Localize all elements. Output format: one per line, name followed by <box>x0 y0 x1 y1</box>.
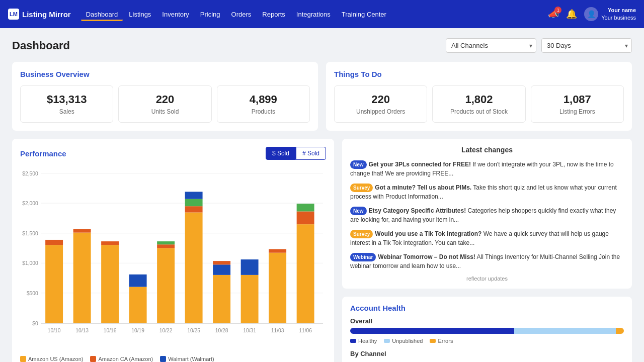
metric-value: $13,313 <box>26 93 108 106</box>
reflector-link[interactable]: reflector updates <box>350 276 624 282</box>
by-channel-title: By Channel <box>350 350 624 357</box>
svg-text:10/31: 10/31 <box>243 328 256 333</box>
change-item: SurveyGot a minute? Tell us about PIMs. … <box>350 183 624 201</box>
right-panel: Latest changes NewGet your 3PLs connecte… <box>342 139 632 362</box>
metric-label: Sales <box>26 108 108 115</box>
bar <box>101 245 119 323</box>
metric-value: 1,087 <box>536 93 618 106</box>
metric-label: Products out of Stock <box>438 108 520 115</box>
navbar: LM Listing Mirror DashboardListingsInven… <box>0 0 644 28</box>
health-legend-item: Unpublished <box>384 338 423 344</box>
latest-changes-title: Latest changes <box>350 146 624 154</box>
nav-link-reports[interactable]: Reports <box>257 8 290 21</box>
business-overview-title: Business Overview <box>20 70 310 78</box>
legend-label: Amazon US (Amazon) <box>28 356 83 362</box>
channel-filter[interactable]: All Channels Amazon US Amazon CA Walmart <box>446 38 536 53</box>
metric-label: Products <box>222 108 304 115</box>
svg-text:10/10: 10/10 <box>48 328 61 333</box>
chart-area: $2,500 $2,000 $1,500 $1,000 $500 $0 <box>20 166 326 352</box>
nav-right: 📣 1 🔔 👤 Your name Your business <box>548 7 636 22</box>
bar <box>185 192 203 199</box>
health-legend-item: Errors <box>430 338 453 344</box>
svg-text:10/19: 10/19 <box>131 328 144 333</box>
change-item: WebinarWebinar Tomorrow – Do not Miss! A… <box>350 252 624 270</box>
bar <box>73 229 91 232</box>
page-header: Dashboard All Channels Amazon US Amazon … <box>12 38 632 53</box>
health-legend-dot <box>350 339 356 343</box>
change-badge: New <box>350 160 367 169</box>
health-bar-errors <box>616 328 624 334</box>
bar <box>185 199 203 206</box>
bar <box>241 259 259 275</box>
health-legend-dot <box>384 339 390 343</box>
bell-button[interactable]: 🔔 <box>566 9 577 20</box>
metric-label: Listing Errors <box>536 108 618 115</box>
bar <box>213 264 230 275</box>
svg-text:10/16: 10/16 <box>104 328 117 333</box>
bar <box>213 261 230 264</box>
latest-changes-list: NewGet your 3PLs connected for FREE! If … <box>350 160 624 270</box>
account-health-title: Account Health <box>350 304 624 312</box>
account-health-card: Account Health Overall HealthyUnpublishe… <box>342 297 632 362</box>
legend-dot <box>20 356 26 362</box>
bar <box>185 206 203 212</box>
svg-text:11/06: 11/06 <box>299 328 312 333</box>
toggle-dollar-sold[interactable]: $ Sold <box>266 147 296 160</box>
latest-changes-card: Latest changes NewGet your 3PLs connecte… <box>342 139 632 289</box>
user-menu[interactable]: 👤 Your name Your business <box>584 7 636 22</box>
overview-row: Business Overview $13,313Sales220Units S… <box>12 62 632 131</box>
bar <box>241 275 259 323</box>
brand-icon: LM <box>8 9 19 20</box>
bar <box>157 244 175 248</box>
bar <box>45 245 63 323</box>
performance-title: Performance <box>20 149 66 158</box>
user-business: Your business <box>601 14 636 22</box>
bar <box>157 241 175 244</box>
perf-header: Performance $ Sold # Sold <box>20 147 326 160</box>
legend-dot <box>160 356 166 362</box>
metric-value: 220 <box>124 93 206 106</box>
legend-dot <box>90 356 96 362</box>
change-badge: Survey <box>350 230 373 238</box>
nav-link-listings[interactable]: Listings <box>124 8 156 21</box>
business-metric: 4,899Products <box>217 85 310 123</box>
bar <box>101 241 119 245</box>
svg-text:$2,000: $2,000 <box>22 201 38 206</box>
business-overview-card: Business Overview $13,313Sales220Units S… <box>12 62 318 131</box>
chart-legend: Amazon US (Amazon)Amazon CA (Amazon)Walm… <box>20 356 326 362</box>
nav-link-inventory[interactable]: Inventory <box>157 8 194 21</box>
overall-label: Overall <box>350 317 624 325</box>
change-bold: Got a minute? Tell us about PIMs. <box>375 184 471 191</box>
bar <box>185 213 203 323</box>
svg-text:$0: $0 <box>32 321 38 326</box>
nav-link-orders[interactable]: Orders <box>226 8 257 21</box>
days-filter[interactable]: 30 Days 7 Days 90 Days <box>541 38 632 53</box>
nav-link-dashboard[interactable]: Dashboard <box>81 8 123 21</box>
bar <box>129 275 147 287</box>
user-text: Your name Your business <box>601 7 636 22</box>
bar <box>213 275 230 323</box>
nav-link-pricing[interactable]: Pricing <box>195 8 225 21</box>
bar <box>297 204 314 211</box>
health-legend: HealthyUnpublishedErrors <box>350 338 624 344</box>
business-metric: $13,313Sales <box>20 85 113 123</box>
main-content: Dashboard All Channels Amazon US Amazon … <box>0 28 644 362</box>
brand[interactable]: LM Listing Mirror <box>8 9 71 20</box>
page-title: Dashboard <box>12 39 70 52</box>
svg-text:10/28: 10/28 <box>215 328 228 333</box>
nav-link-integrations[interactable]: Integrations <box>291 8 336 21</box>
legend-item: Amazon CA (Amazon) <box>90 356 153 362</box>
bar <box>297 211 314 224</box>
bar <box>297 224 314 323</box>
metric-label: Unshipped Orders <box>340 108 422 115</box>
svg-text:$2,500: $2,500 <box>22 171 38 176</box>
toggle-hash-sold[interactable]: # Sold <box>296 147 326 160</box>
svg-text:$1,000: $1,000 <box>22 260 38 266</box>
megaphone-button[interactable]: 📣 1 <box>548 9 559 20</box>
legend-item: Amazon US (Amazon) <box>20 356 83 362</box>
bar <box>45 240 63 245</box>
nav-link-training-center[interactable]: Training Center <box>337 8 391 21</box>
channel-filter-wrapper: All Channels Amazon US Amazon CA Walmart <box>446 38 536 53</box>
things-to-do-card: Things To Do 220Unshipped Orders1,802Pro… <box>326 62 632 131</box>
health-legend-label: Healthy <box>358 338 377 344</box>
